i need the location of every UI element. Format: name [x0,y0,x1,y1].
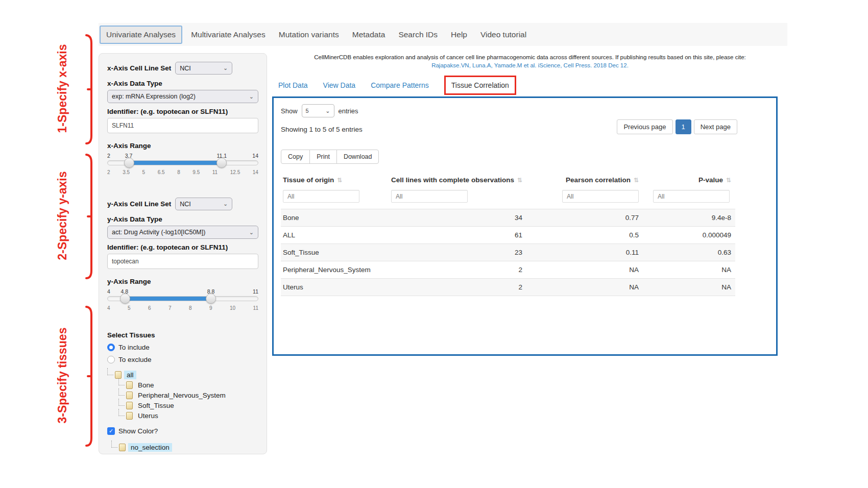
table-row: Peripheral_Nervous_System 2 NA NA [281,261,735,279]
page-length-select[interactable]: 5 ⌄ [302,104,334,117]
x-axis-identifier-input[interactable] [107,118,258,133]
x-axis-data-type-label: x-Axis Data Type [107,80,258,87]
tab-tissue-correlation[interactable]: Tissue Correlation [444,76,516,95]
nav-tab-multivariate-analyses[interactable]: Multivariate Analyses [184,26,272,44]
col-cell-lines[interactable]: Cell lines with complete observations⇅ [389,171,526,188]
result-tabs: Plot Data View Data Compare Patterns Tis… [278,76,788,95]
nav-tab-univariate-analyses[interactable]: Univariate Analyses [100,26,182,44]
download-button[interactable]: Download [336,150,379,164]
tree-node-all[interactable]: all [124,371,136,379]
x-range-low-handle[interactable] [124,158,134,168]
tick: 11 [253,305,258,311]
tree-node-soft-tissue[interactable]: Soft_Tissue [135,401,177,410]
chevron-down-icon: ⌄ [249,230,254,235]
tab-view-data[interactable]: View Data [323,81,356,89]
tree-node-peripheral-nervous-system[interactable]: Peripheral_Nervous_System [135,391,228,400]
filter-tissue-input[interactable] [283,190,359,203]
cell-pvalue: 9.4e-8 [643,209,735,227]
x-range-high-handle[interactable] [216,158,227,168]
folder-icon [126,381,133,389]
print-button[interactable]: Print [309,150,337,164]
x-range-track[interactable] [107,160,258,165]
tree-node-uterus[interactable]: Uterus [135,411,161,420]
x-axis-cell-line-set-value: NCI [180,65,191,72]
tick: 10 [230,305,235,311]
tree-connector [118,399,125,406]
current-page-button[interactable]: 1 [676,119,691,134]
nav-tab-video-tutorial[interactable]: Video tutorial [474,26,533,44]
col-p-value[interactable]: P-value⇅ [643,171,735,188]
show-label: Show [281,107,298,115]
y-axis-data-type-value: act: Drug Activity (-log10[IC50M]) [112,229,205,236]
y-axis-cell-line-set-value: NCI [180,201,191,208]
to-exclude-radio[interactable] [107,356,115,363]
copy-button[interactable]: Copy [281,150,310,164]
y-axis-data-type-select[interactable]: act: Drug Activity (-log10[IC50M]) ⌄ [107,226,258,239]
y-range-min-label: 4 [107,288,110,295]
cell-tissue: ALL [281,227,389,244]
sidebar-panel: x-Axis Cell Line Set NCI ⌄ x-Axis Data T… [99,53,267,454]
x-axis-cell-line-set-select[interactable]: NCI ⌄ [175,62,232,75]
tab-plot-data[interactable]: Plot Data [278,81,308,89]
nav-tab-mutation-variants[interactable]: Mutation variants [272,26,346,44]
sort-icon[interactable]: ⇅ [634,177,639,184]
x-axis-range-label: x-Axis Range [107,142,258,150]
x-axis-identifier-label: Identifier: (e.g. topotecan or SLFN11) [107,108,258,115]
filter-pvalue-input[interactable] [653,190,730,203]
col-label: P-value [698,176,723,184]
table-header-row: Tissue of origin⇅ Cell lines with comple… [281,171,735,188]
y-range-high-handle[interactable] [206,294,216,304]
y-range-fill [125,297,211,301]
sort-icon[interactable]: ⇅ [517,177,522,184]
tick: 2 [107,169,110,175]
main-content: CellMinerCDB enables exploration and ana… [272,51,788,356]
tab-compare-patterns[interactable]: Compare Patterns [371,81,429,89]
tick: 6.5 [158,169,165,175]
filter-pearson-input[interactable] [562,190,639,203]
x-range-fill [129,161,222,165]
correlation-table: Tissue of origin⇅ Cell lines with comple… [281,171,735,296]
citation-link[interactable]: Rajapakse.VN, Luna.A, Yamade.M et al. iS… [272,62,788,68]
table-row: ALL 61 0.5 0.000049 [281,227,735,244]
tick: 5 [142,169,146,175]
tick: 14 [253,169,258,175]
cell-pearson: NA [526,261,643,279]
nav-tab-metadata[interactable]: Metadata [346,26,392,44]
show-color-label: Show Color? [118,427,158,435]
chevron-down-icon: ⌄ [223,201,228,207]
tick: 8 [189,305,192,311]
show-color-checkbox[interactable]: ✓ [107,427,115,435]
tick: 7 [168,305,172,311]
cell-pvalue: 0.63 [643,244,735,261]
table-row: Uterus 2 NA NA [281,279,735,296]
col-pearson-correlation[interactable]: Pearson correlation⇅ [526,171,643,188]
x-axis-data-type-value: exp: mRNA Expression (log2) [112,93,196,100]
nav-tab-search-ids[interactable]: Search IDs [392,26,444,44]
col-tissue-of-origin[interactable]: Tissue of origin⇅ [281,171,389,188]
sort-icon[interactable]: ⇅ [726,177,731,184]
y-range-low-handle[interactable] [120,294,130,304]
cell-tissue: Bone [281,209,389,227]
tree-node-bone[interactable]: Bone [135,381,157,389]
x-axis-data-type-select[interactable]: exp: mRNA Expression (log2) ⌄ [107,90,258,103]
next-page-button[interactable]: Next page [694,119,737,134]
chevron-down-icon: ⌄ [249,94,254,100]
tree-node-no-selection[interactable]: no_selection [128,443,172,452]
to-include-radio[interactable] [107,344,115,351]
cell-pearson: 0.11 [526,244,643,261]
annotation-bracket-3 [85,305,93,447]
nav-tab-help[interactable]: Help [444,26,474,44]
tissue-correlation-panel: Show 5 ⌄ entries Showing 1 to 5 of 5 ent… [272,96,778,356]
y-axis-cell-line-set-select[interactable]: NCI ⌄ [175,198,232,210]
y-axis-range-label: y-Axis Range [107,278,258,285]
y-range-track[interactable] [107,296,258,301]
tree-connector [118,378,125,385]
tree-connector [111,441,117,448]
folder-icon [126,402,133,409]
y-axis-identifier-input[interactable] [107,254,258,269]
previous-page-button[interactable]: Previous page [617,119,672,134]
filter-cell-lines-input[interactable] [391,190,468,203]
sort-icon[interactable]: ⇅ [337,177,342,184]
x-axis-range-slider: 2 3.7 11.1 14 2 3.5 5 6.5 8 9.5 11 12.5 … [107,153,258,175]
tick: 9.5 [192,169,200,175]
